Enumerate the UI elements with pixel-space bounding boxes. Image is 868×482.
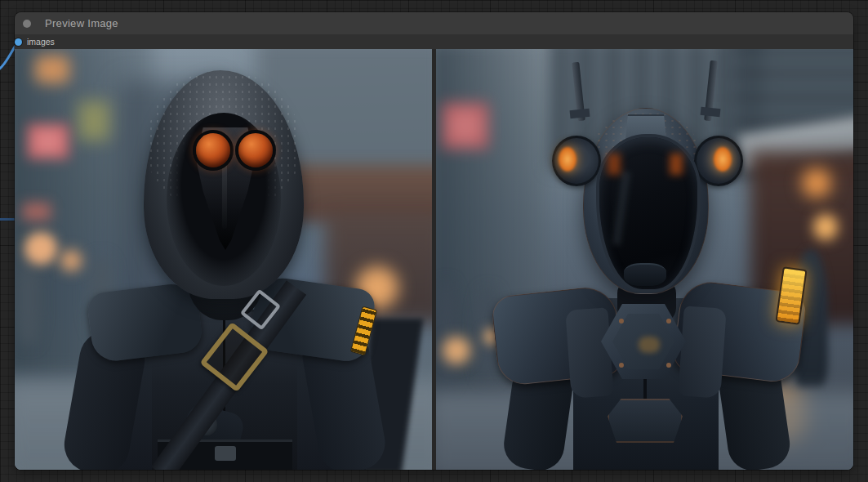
photo2-ear-glow-left — [559, 147, 576, 172]
photo2-bokeh-left-1 — [443, 337, 470, 364]
preview-image-1[interactable] — [15, 49, 432, 470]
photo1-pauldron-left — [86, 281, 203, 364]
input-slot-row: images — [15, 34, 853, 49]
photo2-pedestrian-left-1 — [436, 282, 457, 388]
photo1-goggle-left — [193, 130, 234, 171]
preview-image-node[interactable]: Preview Image images — [15, 12, 853, 470]
photo1-bokeh-left-2 — [60, 250, 82, 271]
photo2-visor-reflection-2 — [670, 154, 683, 175]
photo2-ear-glow-right — [714, 147, 732, 172]
photo1-neon-orange — [35, 56, 69, 83]
photo2-rivet — [619, 319, 624, 324]
preview-images-row — [15, 49, 853, 470]
photo2-rivet — [619, 363, 624, 368]
node-title-bar[interactable]: Preview Image — [15, 12, 853, 34]
photo2-lamp-glow-1 — [802, 168, 831, 198]
input-port-images[interactable] — [15, 38, 22, 46]
photo2-rivet — [666, 319, 671, 324]
photo2-chin-vent — [624, 263, 666, 286]
photo2-chest-plate-left — [565, 307, 613, 398]
photo2-abdomen-seam — [643, 379, 647, 402]
collapse-dot-icon[interactable] — [23, 20, 31, 28]
photo1-pedestrian-1 — [16, 252, 41, 346]
photo1-belt-clasp — [215, 446, 236, 461]
photo1-bokeh-left-1 — [24, 232, 57, 265]
preview-image-2[interactable] — [436, 49, 853, 470]
photo2-neon-red — [443, 103, 488, 149]
photo1-neon-olive — [78, 101, 109, 141]
photo2-visor-reflection-1 — [608, 154, 621, 175]
photo2-lower-plate — [608, 399, 683, 443]
photo2-lamp-glow-2 — [813, 214, 838, 240]
photo2-rivet — [666, 363, 671, 368]
photo1-neon-pink — [28, 124, 69, 158]
node-title: Preview Image — [45, 17, 118, 29]
input-slot-label: images — [27, 37, 55, 47]
photo2-rust-patch — [639, 337, 660, 353]
photo1-neon-red — [23, 203, 51, 221]
photo1-goggle-right — [235, 130, 276, 171]
node-editor-canvas[interactable]: Preview Image images — [0, 0, 868, 482]
photo2-chest-plate-right — [678, 306, 727, 398]
